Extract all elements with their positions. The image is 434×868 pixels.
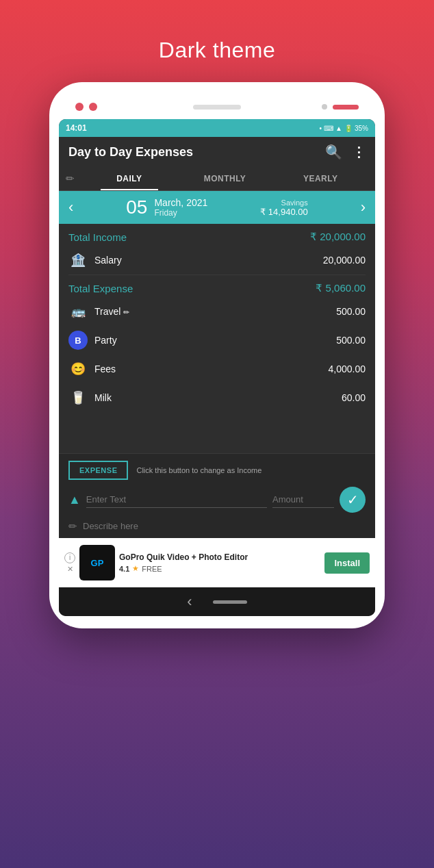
phone-dot-left2 [89,103,97,111]
phone-shell: 14:01 • ⌨ ▲ 🔋 35% Day to Day Expenses 🔍 … [49,82,385,628]
transaction-row-party[interactable]: B Party 500.00 [59,326,375,355]
phone-dot-left1 [75,103,84,111]
milk-icon: 🥛 [68,388,88,407]
status-bar: 14:01 • ⌨ ▲ 🔋 35% [59,119,375,137]
expense-title: Total Expense [68,283,133,294]
ad-close-icon[interactable]: ✕ [67,565,73,574]
tab-daily[interactable]: DAILY [81,167,177,190]
savings-amount: ₹ 14,940.00 [260,207,307,217]
screen: 14:01 • ⌨ ▲ 🔋 35% Day to Day Expenses 🔍 … [59,119,375,616]
status-time: 14:01 [66,123,87,133]
bottom-form: EXPENSE Click this button to change as I… [59,453,375,538]
nav-bar: ‹ [59,587,375,616]
milk-name: Milk [94,392,342,403]
phone-cam [322,104,327,110]
ad-thumbnail: GP [79,545,115,580]
phone-btn [333,105,359,110]
expense-section: Total Expense ₹ 5,060.00 🚌 Travel ✏ 500.… [59,275,375,412]
status-icons: • ⌨ ▲ 🔋 35% [320,125,368,132]
salary-amount: 20,000.00 [323,255,366,266]
tabs-row: ✏ DAILY MONTHLY YEARLY [59,167,375,191]
date-nav: ‹ 05 March, 2021 Friday Savings ₹ 14,940… [59,191,375,224]
tab-yearly[interactable]: YEARLY [272,167,368,190]
date-day: 05 [126,196,147,218]
ad-install-btn[interactable]: Install [324,552,370,574]
page-title: Dark theme [159,38,275,63]
more-icon[interactable]: ⋮ [352,144,366,160]
nav-home-btn[interactable] [213,600,247,604]
search-icon[interactable]: 🔍 [325,144,342,160]
ad-info-icon[interactable]: i [64,552,75,563]
ad-title: GoPro Quik Video + Photo Editor [119,552,320,563]
fees-name: Fees [94,363,329,374]
travel-icon: 🚌 [68,302,88,321]
toggle-hint: Click this button to change as Income [136,466,261,474]
app-bar: Day to Day Expenses 🔍 ⋮ [59,137,375,167]
milk-amount: 60.00 [342,392,366,403]
confirm-btn[interactable]: ✓ [340,487,366,513]
edit-icon: ✏ [66,173,75,185]
next-date-arrow[interactable]: › [361,199,366,216]
transaction-row-fees[interactable]: 😊 Fees 4,000.00 [59,355,375,383]
transaction-row-milk[interactable]: 🥛 Milk 60.00 [59,383,375,412]
text-input[interactable] [86,492,267,508]
describe-icon: ✏ [68,520,77,533]
salary-name: Salary [94,255,323,266]
expense-toggle-btn[interactable]: EXPENSE [68,461,128,480]
income-total: ₹ 20,000.00 [310,231,366,243]
income-title: Total Income [68,231,127,243]
savings-label: Savings [260,199,307,207]
fees-icon: 😊 [68,359,88,379]
transaction-row-salary[interactable]: 🏦 Salary 20,000.00 [59,246,375,275]
app-title: Day to Day Expenses [68,145,193,159]
fees-amount: 4,000.00 [329,363,366,374]
ad-free-label: FREE [142,565,162,573]
travel-name: Travel ✏ [94,306,336,317]
date-weekday: Friday [154,208,207,218]
describe-input[interactable] [83,518,366,534]
ad-banner: i ✕ GP GoPro Quik Video + Photo Editor 4… [59,538,375,587]
income-section: Total Income ₹ 20,000.00 🏦 Salary 20,000… [59,224,375,275]
date-month-year: March, 2021 [154,197,207,208]
amount-input[interactable] [272,492,334,508]
tab-monthly[interactable]: MONTHLY [177,167,273,190]
expense-total: ₹ 5,060.00 [316,282,366,294]
travel-amount: 500.00 [336,306,366,317]
ad-rating: 4.1 [119,565,129,573]
party-icon: B [68,331,88,350]
party-name: Party [94,335,336,346]
transaction-row-travel[interactable]: 🚌 Travel ✏ 500.00 [59,297,375,326]
salary-icon: 🏦 [68,251,88,270]
prev-date-arrow[interactable]: ‹ [68,199,73,216]
party-amount: 500.00 [336,335,366,346]
category-icon: ▲ [68,493,81,507]
phone-speaker [193,105,241,110]
ad-stars-icon: ★ [132,564,139,573]
nav-back-btn[interactable]: ‹ [187,593,192,611]
